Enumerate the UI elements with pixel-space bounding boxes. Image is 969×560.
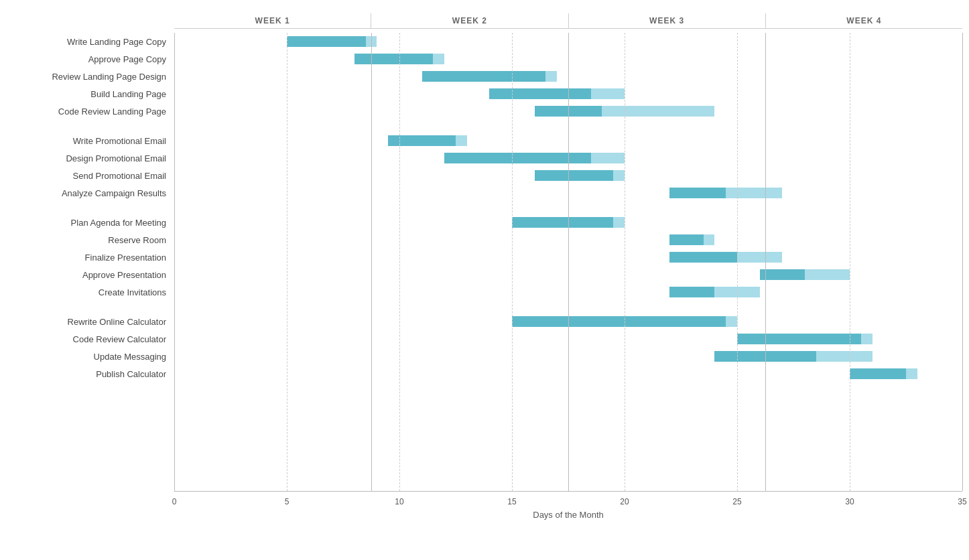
task-label: Code Review Calculator bbox=[0, 330, 174, 348]
bar-light bbox=[737, 252, 782, 263]
bar-row bbox=[174, 313, 962, 330]
bar-dark bbox=[714, 351, 816, 362]
row-spacer bbox=[174, 202, 962, 214]
week1-label: WEEK 1 bbox=[174, 13, 371, 28]
bar-row bbox=[174, 102, 962, 120]
x-tick: 25 bbox=[732, 497, 741, 506]
task-label: Reserve Room bbox=[0, 231, 174, 249]
bar-light bbox=[805, 269, 850, 280]
bar-light bbox=[714, 287, 759, 297]
bar-light bbox=[591, 153, 625, 163]
bar-row bbox=[174, 365, 962, 382]
row-spacer bbox=[174, 120, 962, 132]
task-label: Finalize Presentation bbox=[0, 249, 174, 266]
x-tick: 15 bbox=[507, 497, 516, 506]
bar-light bbox=[726, 188, 782, 198]
x-tick: 30 bbox=[845, 497, 854, 506]
task-label: Code Review Landing Page bbox=[0, 102, 174, 120]
bar-dark bbox=[669, 287, 714, 297]
task-label: Publish Calculator bbox=[0, 365, 174, 382]
bar-light bbox=[433, 54, 444, 64]
bar-row bbox=[174, 85, 962, 102]
chart-body: Write Landing Page CopyApprove Page Copy… bbox=[0, 33, 962, 491]
week3-label: WEEK 3 bbox=[569, 13, 766, 28]
group-spacer bbox=[0, 202, 174, 214]
bar-row bbox=[174, 50, 962, 68]
task-label: Plan Agenda for Meeting bbox=[0, 214, 174, 231]
bar-dark bbox=[669, 234, 703, 245]
bar-row bbox=[174, 167, 962, 184]
rows-area bbox=[174, 33, 962, 491]
bar-row bbox=[174, 231, 962, 249]
task-labels: Write Landing Page CopyApprove Page Copy… bbox=[0, 33, 174, 491]
bar-light bbox=[545, 71, 557, 82]
task-label: Send Promotional Email bbox=[0, 167, 174, 184]
bar-row bbox=[174, 283, 962, 301]
bar-light bbox=[613, 170, 625, 181]
bar-row bbox=[174, 68, 962, 85]
group-spacer bbox=[0, 301, 174, 313]
bar-dark bbox=[422, 71, 546, 82]
task-label: Approve Presentation bbox=[0, 266, 174, 283]
bar-dark bbox=[354, 54, 434, 64]
bar-light bbox=[726, 316, 737, 327]
task-label: Approve Page Copy bbox=[0, 50, 174, 68]
task-label: Write Landing Page Copy bbox=[0, 33, 174, 50]
bar-dark bbox=[512, 217, 613, 228]
x-tick: 10 bbox=[395, 497, 403, 506]
bar-light bbox=[591, 88, 625, 99]
x-tick: 5 bbox=[285, 497, 289, 506]
bar-dark bbox=[388, 135, 456, 146]
bar-dark bbox=[287, 36, 366, 47]
group-spacer bbox=[0, 120, 174, 132]
x-axis: 05101520253035 bbox=[174, 491, 962, 504]
bar-row bbox=[174, 214, 962, 231]
bar-light bbox=[602, 106, 714, 117]
bar-dark bbox=[512, 316, 726, 327]
gantt-chart: WEEK 1 WEEK 2 WEEK 3 WEEK 4 Write Landin… bbox=[0, 0, 969, 560]
bar-light bbox=[704, 234, 715, 245]
task-label: Update Messaging bbox=[0, 348, 174, 365]
bar-row bbox=[174, 184, 962, 202]
chart-area bbox=[174, 33, 962, 491]
bar-row bbox=[174, 348, 962, 365]
bar-dark bbox=[737, 334, 861, 344]
bar-row bbox=[174, 330, 962, 348]
x-tick: 35 bbox=[958, 497, 966, 506]
week2-label: WEEK 2 bbox=[371, 13, 568, 28]
week-header: WEEK 1 WEEK 2 WEEK 3 WEEK 4 bbox=[174, 13, 962, 29]
bar-row bbox=[174, 33, 962, 50]
bar-row bbox=[174, 249, 962, 266]
week-gridline bbox=[962, 33, 963, 491]
bar-dark bbox=[535, 106, 602, 117]
bar-dark bbox=[850, 368, 906, 379]
task-label: Rewrite Online Calculator bbox=[0, 313, 174, 330]
bar-dark bbox=[444, 153, 590, 163]
x-tick: 20 bbox=[620, 497, 629, 506]
row-spacer bbox=[174, 301, 962, 313]
bar-light bbox=[861, 334, 873, 344]
bar-row bbox=[174, 132, 962, 149]
bar-dark bbox=[760, 269, 805, 280]
bar-light bbox=[366, 36, 377, 47]
task-label: Build Landing Page bbox=[0, 85, 174, 102]
bar-dark bbox=[489, 88, 590, 99]
task-label: Create Invitations bbox=[0, 283, 174, 301]
bar-light bbox=[456, 135, 467, 146]
x-tick: 0 bbox=[172, 497, 177, 506]
task-label: Analyze Campaign Results bbox=[0, 184, 174, 202]
task-label: Design Promotional Email bbox=[0, 149, 174, 167]
bar-row bbox=[174, 149, 962, 167]
bar-dark bbox=[669, 188, 726, 198]
bar-dark bbox=[535, 170, 614, 181]
bar-dark bbox=[669, 252, 737, 263]
week4-label: WEEK 4 bbox=[766, 13, 962, 28]
bar-light bbox=[613, 217, 625, 228]
bar-light bbox=[906, 368, 917, 379]
task-label: Write Promotional Email bbox=[0, 132, 174, 149]
task-label: Review Landing Page Design bbox=[0, 68, 174, 85]
bar-row bbox=[174, 266, 962, 283]
bar-light bbox=[816, 351, 873, 362]
x-axis-title: Days of the Month bbox=[174, 510, 962, 520]
